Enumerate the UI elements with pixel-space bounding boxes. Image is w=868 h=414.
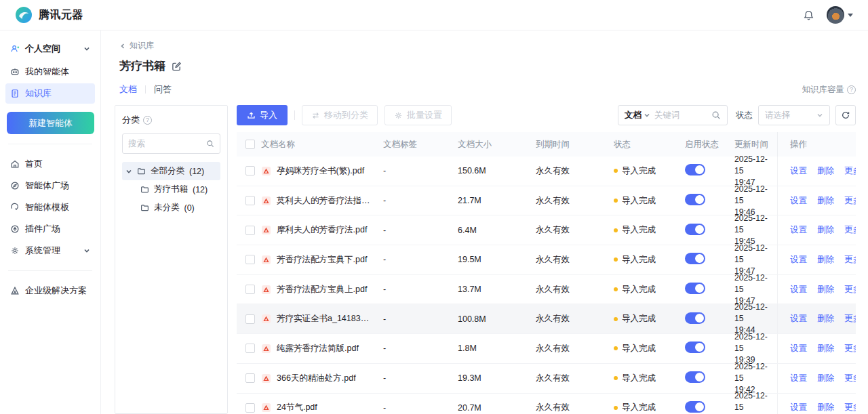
row-action-more[interactable]: 更多 [844,254,856,266]
row-checkbox[interactable] [245,285,255,294]
help-icon[interactable]: ? [847,85,856,94]
table-row[interactable]: 莫利夫人的芳香疗法指南.pdf - 21.7M 永久有效 导入完成 2025-1… [237,186,856,216]
tree-item-uncategorized[interactable]: 未分类 (0) [122,199,220,217]
row-action-delete[interactable]: 删除 [817,373,834,384]
row-action-delete[interactable]: 删除 [817,254,834,266]
help-icon[interactable]: ? [143,116,152,125]
row-action-settings[interactable]: 设置 [790,165,807,177]
enable-toggle[interactable] [685,194,705,205]
row-action-more[interactable]: 更多 [844,195,856,207]
table-row[interactable]: 纯露芳香疗法简版.pdf - 1.8M 永久有效 导入完成 2025-12-15… [237,334,856,364]
row-action-settings[interactable]: 设置 [790,195,807,207]
keyword-input[interactable] [654,110,707,120]
row-action-settings[interactable]: 设置 [790,254,807,266]
enable-toggle[interactable] [685,401,705,413]
enable-toggle[interactable] [685,164,705,175]
doc-name[interactable]: 莫利夫人的芳香疗法指南.pdf [277,195,378,207]
table-row[interactable]: 芳香疗法配方宝典上.pdf - 13.7M 永久有效 导入完成 2025-12-… [237,275,856,305]
brand[interactable]: 腾讯元器 [15,6,83,24]
category-search-input[interactable] [128,139,202,148]
table-row[interactable]: 24节气.pdf - 20.7M 永久有效 导入完成 2025-12-15 19… [237,394,856,414]
table-row[interactable]: 孕妈咪芳疗全书(繁).pdf - 150.6M 永久有效 导入完成 2025-1… [237,157,856,186]
row-action-delete[interactable]: 删除 [817,195,834,207]
row-action-more[interactable]: 更多 [844,313,856,325]
row-action-delete[interactable]: 删除 [817,224,834,236]
doc-name[interactable]: 孕妈咪芳疗全书(繁).pdf [277,165,370,177]
table-row[interactable]: 摩利夫人的芳香疗法.pdf - 6.4M 永久有效 导入完成 2025-12-1… [237,215,856,245]
status-select[interactable]: 请选择 [758,105,830,125]
breadcrumb-label[interactable]: 知识库 [130,40,154,51]
row-checkbox[interactable] [245,226,255,235]
enable-toggle[interactable] [685,283,705,294]
row-checkbox[interactable] [245,166,255,175]
breadcrumb[interactable]: 知识库 [119,40,856,51]
row-checkbox[interactable] [245,196,255,205]
workspace-switcher[interactable]: 个人空间 [5,37,95,60]
tree-item-all[interactable]: 全部分类 (12) [122,162,220,180]
doc-name[interactable]: 摩利夫人的芳香疗法.pdf [277,224,372,236]
row-action-delete[interactable]: 删除 [817,313,834,325]
import-button[interactable]: 导入 [237,105,288,125]
table-row[interactable]: 芳疗实证全书a_14183633.pdf - 100.8M 永久有效 导入完成 … [237,304,856,334]
row-action-delete[interactable]: 删除 [817,284,834,295]
tab-documents[interactable]: 文档 [119,83,137,96]
enable-toggle[interactable] [685,253,705,264]
table-row[interactable]: 芳香疗法配方宝典下.pdf - 19.5M 永久有效 导入完成 2025-12-… [237,245,856,275]
enable-toggle[interactable] [685,371,705,383]
tab-qa[interactable]: 问答 [154,83,172,96]
enable-toggle[interactable] [685,341,705,353]
bell-icon[interactable] [803,9,814,21]
row-checkbox[interactable] [245,403,255,413]
doc-name[interactable]: 芳香疗法配方宝典下.pdf [277,254,372,266]
user-menu[interactable] [827,6,853,24]
row-action-delete[interactable]: 删除 [817,402,834,413]
row-checkbox[interactable] [245,373,255,383]
enable-toggle[interactable] [685,224,705,235]
sidebar-item-agent-plaza[interactable]: 智能体广场 [5,175,95,196]
doc-name[interactable]: 纯露芳香疗法简版.pdf [277,343,364,354]
doc-name[interactable]: 24节气.pdf [277,402,323,413]
new-agent-button[interactable]: 新建智能体 [7,112,94,134]
edit-title-icon[interactable] [172,61,182,71]
search-icon[interactable] [711,110,721,120]
table-row[interactable]: 366天的精油处方.pdf - 19.3M 永久有效 导入完成 2025-12-… [237,364,856,394]
row-action-more[interactable]: 更多 [844,373,856,384]
enable-toggle[interactable] [685,312,705,324]
row-checkbox[interactable] [245,314,255,324]
sidebar-item-enterprise-solutions[interactable]: 企业级解决方案 [5,281,95,301]
sidebar-item-agent-templates[interactable]: 智能体模板 [5,197,95,218]
select-all-checkbox[interactable] [245,140,255,149]
doc-type-dropdown[interactable]: 文档 [625,110,650,121]
row-action-settings[interactable]: 设置 [790,313,807,325]
tree-item-aromatherapy-books[interactable]: 芳疗书籍 (12) [122,180,220,199]
chevron-down-icon[interactable] [125,168,132,175]
row-action-settings[interactable]: 设置 [790,224,807,236]
sidebar-item-home[interactable]: 首页 [5,154,95,174]
doc-name[interactable]: 芳香疗法配方宝典上.pdf [277,284,372,295]
avatar[interactable] [827,6,844,24]
doc-name[interactable]: 芳疗实证全书a_14183633.pdf [277,313,378,325]
move-to-category-button[interactable]: 移动到分类 [302,105,378,125]
sidebar-item-system-management[interactable]: 系统管理 [5,241,95,261]
doc-name[interactable]: 366天的精油处方.pdf [277,373,361,384]
batch-settings-button[interactable]: 批量设置 [384,105,452,125]
capacity-link[interactable]: 知识库容量 ? [802,84,856,96]
row-checkbox[interactable] [245,344,255,353]
row-action-more[interactable]: 更多 [844,224,856,236]
category-search[interactable] [122,133,220,154]
row-action-delete[interactable]: 删除 [817,165,834,177]
row-action-settings[interactable]: 设置 [790,343,807,354]
row-action-more[interactable]: 更多 [844,165,856,177]
sidebar-item-knowledge-base[interactable]: 知识库 [5,83,95,104]
row-action-settings[interactable]: 设置 [790,284,807,295]
row-action-more[interactable]: 更多 [844,284,856,295]
row-action-more[interactable]: 更多 [844,343,856,354]
sidebar-item-my-agents[interactable]: 我的智能体 [5,62,95,82]
row-checkbox[interactable] [245,255,255,264]
row-action-more[interactable]: 更多 [844,402,856,413]
sidebar-item-plugin-plaza[interactable]: 插件广场 [5,219,95,239]
row-action-settings[interactable]: 设置 [790,373,807,384]
row-action-settings[interactable]: 设置 [790,402,807,413]
refresh-button[interactable] [835,105,856,125]
row-action-delete[interactable]: 删除 [817,343,834,354]
